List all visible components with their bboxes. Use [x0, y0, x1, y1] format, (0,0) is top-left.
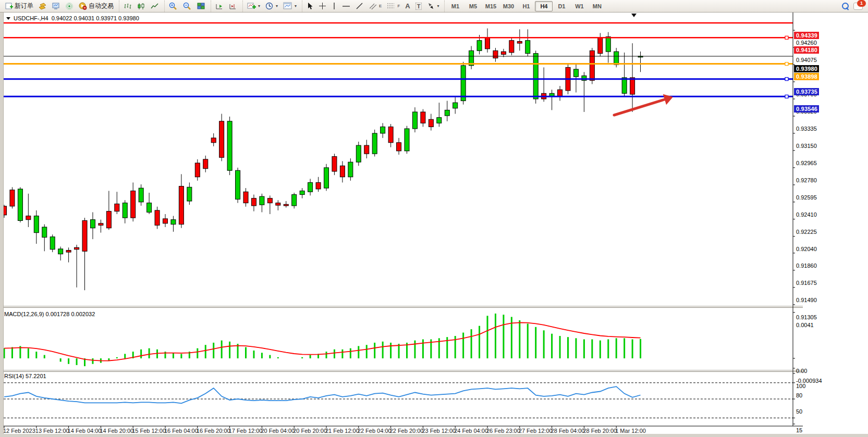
candle-body[interactable]: [99, 223, 103, 226]
candle-body[interactable]: [477, 41, 482, 51]
equidistant-channel-button[interactable]: E: [366, 1, 384, 12]
candle-body[interactable]: [558, 90, 563, 96]
new-order-button[interactable]: 新订单: [3, 1, 36, 12]
chart-shift-button[interactable]: [226, 1, 240, 12]
candle-body[interactable]: [251, 198, 256, 206]
search-icon[interactable]: [842, 3, 849, 10]
candle-body[interactable]: [614, 52, 619, 65]
candle-body[interactable]: [412, 112, 417, 129]
chart-area[interactable]: USDCHF-,H4 0.94022 0.94031 0.93971 0.939…: [0, 13, 868, 434]
candle-body[interactable]: [26, 216, 31, 220]
candle-body[interactable]: [405, 129, 409, 151]
candle-body[interactable]: [179, 186, 184, 224]
candle-body[interactable]: [340, 166, 345, 177]
candle-body[interactable]: [171, 220, 176, 224]
candle-body[interactable]: [332, 157, 337, 172]
timeframe-button-M15[interactable]: M15: [482, 1, 499, 11]
candle-body[interactable]: [75, 247, 79, 249]
candle-body[interactable]: [517, 41, 522, 43]
candle-body[interactable]: [42, 227, 47, 238]
candle-body[interactable]: [187, 187, 192, 201]
text-button[interactable]: A: [402, 1, 412, 12]
candle-body[interactable]: [437, 118, 442, 123]
fibonacci-button[interactable]: F: [384, 1, 402, 12]
candle-body[interactable]: [388, 127, 393, 142]
timeframe-button-W1[interactable]: W1: [570, 1, 588, 11]
zoom-in-button[interactable]: [166, 1, 180, 12]
candle-body[interactable]: [34, 216, 39, 233]
candle-body[interactable]: [66, 251, 71, 253]
zoom-out-button[interactable]: [180, 1, 194, 12]
text-label-button[interactable]: T: [413, 1, 425, 12]
timeframe-button-MN[interactable]: MN: [588, 1, 606, 11]
candle-body[interactable]: [300, 191, 304, 194]
vertical-line-button[interactable]: [329, 1, 339, 12]
candle-body[interactable]: [147, 203, 152, 213]
candle-body[interactable]: [236, 170, 240, 199]
candle-body[interactable]: [549, 93, 554, 96]
timeframe-button-M5[interactable]: M5: [464, 1, 482, 11]
candle-body[interactable]: [461, 66, 466, 101]
candle-body[interactable]: [115, 204, 119, 211]
candle-body[interactable]: [397, 143, 401, 151]
candle-body[interactable]: [276, 203, 280, 205]
candle-body[interactable]: [227, 121, 232, 170]
candle-body[interactable]: [10, 190, 15, 206]
candle-body[interactable]: [372, 133, 377, 154]
candle-body[interactable]: [630, 78, 635, 94]
candle-body[interactable]: [292, 195, 297, 206]
candle-body[interactable]: [155, 210, 160, 226]
candle-body[interactable]: [348, 162, 353, 177]
candle-body[interactable]: [590, 51, 594, 80]
candle-body[interactable]: [509, 41, 514, 53]
periods-dropdown-arrow[interactable]: ▾: [276, 4, 278, 8]
candle-body[interactable]: [82, 221, 87, 252]
candle-body[interactable]: [525, 41, 530, 54]
autotrading-button[interactable]: 自动交易: [76, 1, 116, 12]
timeframe-button-M30[interactable]: M30: [499, 1, 517, 11]
candle-body[interactable]: [453, 103, 458, 108]
candle-body[interactable]: [324, 168, 329, 188]
candle-body[interactable]: [533, 54, 538, 99]
candle-body[interactable]: [606, 37, 610, 52]
candle-body[interactable]: [90, 220, 95, 228]
trendline-button[interactable]: [353, 1, 366, 12]
candle-body[interactable]: [501, 52, 506, 54]
candle-body[interactable]: [195, 163, 200, 177]
candle-body[interactable]: [163, 219, 168, 223]
horizontal-line-button[interactable]: [339, 1, 353, 12]
templates-dropdown-arrow[interactable]: ▾: [295, 4, 297, 8]
candle-body[interactable]: [131, 191, 136, 218]
timeframe-button-H1[interactable]: H1: [517, 1, 535, 11]
candle-body[interactable]: [267, 198, 272, 203]
candle-body[interactable]: [316, 182, 321, 189]
hline-handle[interactable]: [785, 95, 788, 98]
candle-body[interactable]: [485, 38, 490, 48]
templates-button[interactable]: ▾: [280, 1, 299, 12]
signals-button[interactable]: [63, 1, 76, 12]
indicators-dropdown-arrow[interactable]: ▾: [258, 4, 260, 8]
cursor-button[interactable]: [304, 1, 316, 12]
candle-body[interactable]: [308, 182, 313, 192]
hline-handle[interactable]: [785, 36, 788, 39]
candle-body[interactable]: [429, 119, 433, 127]
auto-scroll-button[interactable]: [213, 1, 226, 12]
candle-body[interactable]: [260, 196, 264, 205]
candle-body[interactable]: [219, 121, 224, 158]
timeframe-button-H4[interactable]: H4: [535, 1, 553, 11]
arrows-dropdown-arrow[interactable]: ▾: [437, 4, 439, 8]
candle-body[interactable]: [356, 145, 361, 162]
candle-body[interactable]: [139, 188, 143, 202]
timeframe-button-M1[interactable]: M1: [446, 1, 464, 11]
crosshair-button[interactable]: [316, 1, 329, 12]
candle-body[interactable]: [18, 189, 22, 221]
bar-chart-button[interactable]: [121, 1, 135, 12]
candle-body[interactable]: [381, 127, 385, 133]
tile-windows-button[interactable]: [194, 1, 208, 12]
candle-body[interactable]: [50, 237, 55, 249]
candle-body[interactable]: [243, 192, 248, 203]
candle-body[interactable]: [211, 138, 216, 143]
candle-body[interactable]: [421, 112, 425, 123]
candle-body[interactable]: [364, 145, 369, 154]
indicators-button[interactable]: ▾: [244, 1, 263, 12]
